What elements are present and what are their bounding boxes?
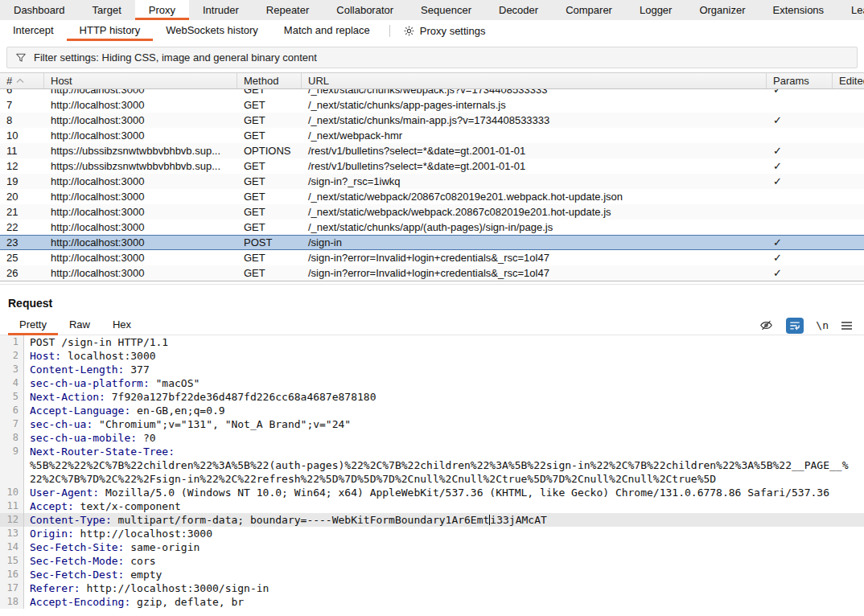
tab-intruder[interactable]: Intruder [189,0,253,20]
row-edited-check [833,265,864,281]
line-content: sec-ch-ua-mobile: ?0 [24,431,864,445]
table-row[interactable]: 26http://localhost:3000GET/sign-in?error… [0,265,864,281]
row-method: GET [237,158,302,174]
request-line: 2Host: localhost:3000 [0,349,864,363]
row-host: http://localhost:3000 [44,220,237,235]
header-name: Origin: [30,528,74,540]
line-number: 18 [0,595,24,609]
line-content: Referer: http://localhost:3000/sign-in [24,581,864,595]
row-url: /sign-in [302,236,767,249]
request-line: 11Accept: text/x-component [0,499,864,513]
row-host: https://ubssibzsnwtwbbvbhbvb.sup... [44,143,237,158]
hide-content-icon[interactable] [759,318,774,332]
row-edited-check [833,97,864,113]
table-row[interactable]: 21http://localhost:3000GET/_next/static/… [0,204,864,220]
table-row[interactable]: 23http://localhost:3000POST/sign-in✓ [0,235,864,250]
row-url: /sign-in?error=Invalid+login+credentials… [302,265,767,281]
newline-characters-icon[interactable]: \n [816,319,829,331]
line-content: Content-Length: 377 [24,363,864,376]
table-row[interactable]: 10http://localhost:3000GET/_next/webpack… [0,128,864,143]
table-row[interactable]: 19http://localhost:3000GET/sign-in?_rsc=… [0,174,864,189]
request-line: 12Content-Type: multipart/form-data; bou… [0,513,864,527]
column-header-url[interactable]: URL [302,73,767,88]
table-row[interactable]: 6http://localhost:3000GET/_next/static/c… [0,89,864,97]
table-row[interactable]: 11https://ubssibzsnwtwbbvbhbvb.sup...OPT… [0,143,864,158]
header-name: User-Agent: [30,487,99,499]
menu-icon[interactable] [841,321,853,331]
table-row[interactable]: 7http://localhost:3000GET/_next/static/c… [0,97,864,113]
row-method: GET [237,204,302,220]
table-row[interactable]: 8http://localhost:3000GET/_next/static/c… [0,113,864,128]
subtab-intercept[interactable]: Intercept [0,20,67,41]
request-line: 6Accept-Language: en-GB,en;q=0.9 [0,404,864,417]
tab-repeater[interactable]: Repeater [253,0,323,20]
line-number: 1 [0,335,24,349]
table-row[interactable]: 20http://localhost:3000GET/_next/static/… [0,189,864,204]
tab-sequencer[interactable]: Sequencer [407,0,485,20]
filter-settings-bar[interactable]: Filter settings: Hiding CSS, image and g… [6,47,858,68]
row-method: GET [237,189,302,204]
request-line: 4sec-ch-ua-platform: "macOS" [0,376,864,390]
line-number: 12 [0,513,24,527]
row-method: GET [237,250,302,265]
column-header-num[interactable]: # [0,73,44,88]
line-content: Host: localhost:3000 [24,349,864,363]
line-content: Sec-Fetch-Site: same-origin [24,540,864,554]
line-number: 13 [0,527,24,540]
word-wrap-icon[interactable] [786,318,804,334]
line-number: 7 [0,417,24,431]
subtab-websockets-history[interactable]: WebSockets history [153,20,271,41]
header-value: ?0 [137,432,155,444]
request-tab-pretty[interactable]: Pretty [8,316,58,335]
header-value: http://localhost:3000/sign-in [80,582,269,594]
header-value: Mozilla/5.0 (Windows NT 10.0; Win64; x64… [99,487,829,499]
request-line: 17Referer: http://localhost:3000/sign-in [0,581,864,595]
subtab-match-and-replace[interactable]: Match and replace [271,20,383,41]
column-header-host[interactable]: Host [44,73,237,88]
row-edited-check [833,189,864,204]
line-content: sec-ch-ua: "Chromium";v="131", "Not_A Br… [24,417,864,431]
request-editor[interactable]: 1POST /sign-in HTTP/1.12Host: localhost:… [0,335,864,609]
column-header-edited[interactable]: Edited [833,73,864,88]
header-name: Accept-Language: [30,405,130,417]
row-params-check: ✓ [767,158,833,174]
tab-proxy[interactable]: Proxy [135,0,189,20]
row-url: /_next/static/chunks/app/(auth-pages)/si… [302,220,767,235]
tab-collaborator[interactable]: Collaborator [323,0,407,20]
request-line: 14Sec-Fetch-Site: same-origin [0,540,864,554]
tab-dashboard[interactable]: Dashboard [0,0,79,20]
table-row[interactable]: 25http://localhost:3000GET/sign-in?error… [0,250,864,265]
tab-organizer[interactable]: Organizer [685,0,759,20]
header-value: http://localhost:3000 [74,528,212,540]
row-params-check [767,204,833,220]
request-tab-hex[interactable]: Hex [101,316,142,335]
subtab-http-history[interactable]: HTTP history [67,20,154,41]
column-header-params[interactable]: Params [767,73,833,88]
request-line: 8sec-ch-ua-mobile: ?0 [0,431,864,445]
proxy-settings-label: Proxy settings [420,25,486,37]
request-tab-raw[interactable]: Raw [58,316,101,335]
tab-decoder[interactable]: Decoder [485,0,552,20]
line-content: %5B%22%22%2C%7B%22children%22%3A%5B%22(a… [24,458,864,472]
row-method: POST [237,236,302,249]
tab-comparer[interactable]: Comparer [552,0,626,20]
row-number: 21 [0,204,44,220]
request-line: 5Next-Action: 7f920a127bf22de36d487fd226… [0,390,864,404]
column-header-method[interactable]: Method [237,73,302,88]
table-row[interactable]: 12https://ubssibzsnwtwbbvbhbvb.sup...GET… [0,158,864,174]
proxy-settings-button[interactable]: Proxy settings [397,25,492,37]
header-name: Sec-Fetch-Dest: [30,569,124,581]
line-number: 16 [0,568,24,581]
row-edited-check [833,89,864,97]
tab-extensions[interactable]: Extensions [759,0,838,20]
tab-learn[interactable]: Learn [837,0,864,20]
header-name: Next-Action: [30,391,105,403]
table-header-row[interactable]: #HostMethodURLParamsEdited [0,72,864,89]
table-row[interactable]: 22http://localhost:3000GET/_next/static/… [0,220,864,235]
tab-target[interactable]: Target [79,0,135,20]
header-value: same-origin [124,541,200,553]
tab-logger[interactable]: Logger [626,0,685,20]
row-number: 10 [0,128,44,143]
request-tab-bar: PrettyRawHex\n [0,316,864,335]
row-method: GET [237,89,302,97]
